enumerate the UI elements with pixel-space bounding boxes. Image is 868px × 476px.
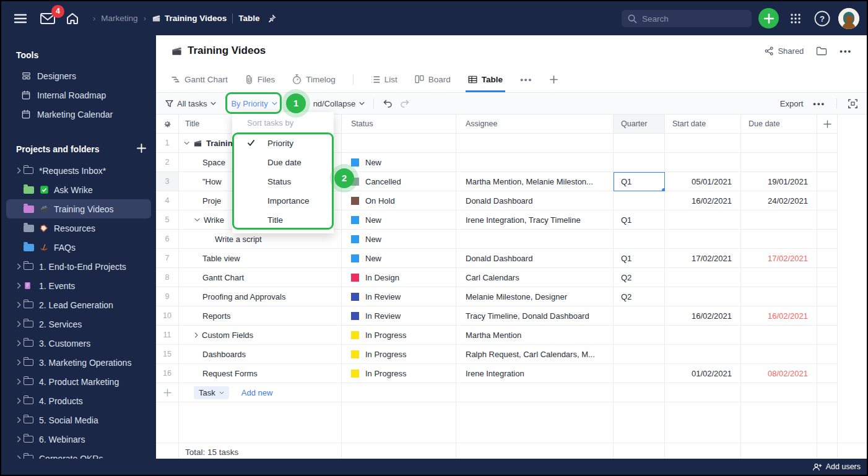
quarter-cell[interactable] (614, 134, 665, 153)
status-cell[interactable]: On Hold (342, 191, 456, 210)
due-date-cell-overdue[interactable]: 16/02/2021 (741, 306, 817, 326)
sidebar-item-marketing-operations[interactable]: 3. Marketing Operations (6, 353, 151, 372)
status-cell[interactable]: In Review (342, 306, 456, 326)
tab-gantt-chart[interactable]: Gantt Chart (171, 66, 228, 92)
export-button[interactable]: Export (780, 99, 804, 108)
due-date-cell-overdue[interactable]: 17/02/2021 (741, 249, 817, 268)
sort-option-title[interactable]: Title (232, 210, 334, 230)
filter-button[interactable]: All tasks (165, 99, 216, 108)
sidebar-item-faqs[interactable]: FAQs (6, 238, 151, 257)
sidebar-item-marketing-calendar[interactable]: Marketing Calendar (6, 105, 151, 124)
sidebar-item-events[interactable]: 1. Events (6, 276, 151, 295)
status-cell[interactable] (342, 134, 456, 153)
expand-collapse-button[interactable]: nd/Collapse (313, 99, 365, 108)
column-header-quarter[interactable]: Quarter (614, 115, 665, 134)
status-cell[interactable]: New (342, 230, 456, 249)
quarter-cell[interactable]: Q2 (614, 287, 665, 306)
assignee-cell[interactable]: Melanie Milestone, Designer (456, 287, 614, 306)
due-date-cell[interactable] (741, 210, 817, 230)
quarter-cell[interactable] (614, 306, 665, 326)
status-cell[interactable]: New (342, 153, 456, 172)
start-date-cell[interactable]: 16/02/2021 (665, 306, 741, 326)
shared-button[interactable]: Shared (765, 46, 804, 56)
table-settings-gear-icon[interactable] (156, 115, 179, 134)
quarter-cell[interactable] (614, 364, 665, 383)
breadcrumb-marketing[interactable]: Marketing (101, 14, 137, 23)
status-cell[interactable]: In Design (342, 268, 456, 287)
breadcrumb-training-videos[interactable]: Training Videos (152, 14, 227, 23)
sidebar-item-webinars[interactable]: 6. Webinars (6, 430, 151, 449)
sidebar-item-customers[interactable]: 3. Customers (6, 334, 151, 353)
task-title-cell[interactable]: Gantt Chart (179, 268, 342, 287)
assignee-cell[interactable]: Irene Integration (456, 364, 614, 383)
sidebar-item-social-media[interactable]: 5. Social Media (6, 410, 151, 430)
start-date-cell[interactable]: 05/01/2021 (665, 172, 741, 191)
quarter-cell[interactable] (614, 153, 665, 172)
column-header-start-date[interactable]: Start date (665, 115, 741, 134)
status-cell[interactable]: In Review (342, 287, 456, 306)
add-users-button[interactable]: Add users (826, 462, 861, 471)
hamburger-menu-icon[interactable] (11, 9, 30, 28)
sidebar-item-product-marketing[interactable]: 4. Product Marketing (6, 372, 151, 391)
add-new-link[interactable]: Add new (241, 388, 273, 397)
assignee-cell[interactable] (456, 153, 614, 172)
add-row-plus-icon[interactable] (156, 383, 179, 402)
tab-table[interactable]: Table (468, 66, 503, 92)
status-cell[interactable]: In Progress (342, 345, 456, 364)
quarter-cell[interactable] (614, 345, 665, 364)
assignee-cell[interactable]: Irene Integration, Tracy Timeline (456, 210, 614, 230)
start-date-cell[interactable] (665, 153, 741, 172)
sort-button[interactable]: By Priority (231, 99, 277, 108)
due-date-cell[interactable] (741, 153, 817, 172)
sort-option-due-date[interactable]: Due date (232, 153, 334, 172)
sidebar-item-internal-roadmap[interactable]: Internal Roadmap (6, 85, 151, 105)
task-title-cell[interactable]: Dashboards (179, 345, 342, 364)
start-date-cell[interactable]: 01/02/2021 (665, 364, 741, 383)
start-date-cell[interactable] (665, 268, 741, 287)
sort-option-status[interactable]: Status (232, 172, 334, 191)
task-title-cell[interactable]: Request Forms (179, 364, 342, 383)
quarter-cell[interactable]: Q1 (614, 210, 665, 230)
sidebar-item-training-videos[interactable]: Training Videos (6, 199, 151, 219)
chevron-down-icon[interactable] (194, 218, 200, 222)
user-avatar[interactable] (838, 8, 859, 29)
sort-option-priority[interactable]: Priority (232, 134, 334, 153)
tab-timelog[interactable]: Timelog (292, 66, 336, 92)
sidebar-item-resources[interactable]: Resources (6, 219, 151, 238)
status-cell[interactable]: In Progress (342, 326, 456, 345)
due-date-cell[interactable] (741, 326, 817, 345)
start-date-cell[interactable] (665, 326, 741, 345)
pin-icon[interactable] (266, 9, 278, 28)
status-cell[interactable]: New (342, 210, 456, 230)
inbox-envelope-icon[interactable]: 4 (38, 9, 57, 28)
add-view-icon[interactable] (550, 66, 558, 92)
start-date-cell[interactable] (665, 210, 741, 230)
due-date-cell[interactable] (741, 268, 817, 287)
due-date-cell-overdue[interactable]: 08/02/2021 (741, 364, 817, 383)
status-cell[interactable]: Cancelled (342, 172, 456, 191)
sort-option-importance[interactable]: Importance (232, 191, 334, 210)
start-date-cell[interactable] (665, 287, 741, 306)
assignee-cell[interactable]: Martha Mention (456, 326, 614, 345)
start-date-cell[interactable] (665, 345, 741, 364)
fullscreen-icon[interactable] (848, 99, 857, 108)
apps-grid-icon[interactable] (785, 8, 805, 28)
assignee-cell[interactable]: Donald Dashboard (456, 191, 614, 210)
quarter-cell[interactable]: Q2 (614, 268, 665, 287)
sidebar-item-ask-wrike[interactable]: Ask Wrike (6, 180, 151, 199)
sidebar-item-lead-generation[interactable]: 2. Lead Generation (6, 295, 151, 314)
task-title-cell[interactable]: Table view (179, 249, 342, 268)
sidebar-item-end-to-end-projects[interactable]: 1. End-to-End Projects (6, 257, 151, 276)
assignee-cell[interactable]: Ralph Request, Carl Calendars, M... (456, 345, 614, 364)
sidebar-item-products[interactable]: 4. Products (6, 391, 151, 410)
search-bar[interactable] (622, 10, 752, 27)
sidebar-item-corporate-okrs[interactable]: Corporate OKRs (6, 449, 151, 459)
quarter-cell-selected[interactable]: Q1 (614, 172, 665, 191)
due-date-cell[interactable] (741, 230, 817, 249)
tab-list[interactable]: List (371, 66, 397, 92)
breadcrumb-view[interactable]: Table (238, 14, 259, 23)
start-date-cell[interactable]: 16/02/2021 (665, 191, 741, 210)
toolbar-more-icon[interactable]: ••• (813, 99, 825, 108)
sidebar-item-designers[interactable]: Designers (6, 66, 151, 85)
home-icon[interactable] (63, 9, 82, 28)
